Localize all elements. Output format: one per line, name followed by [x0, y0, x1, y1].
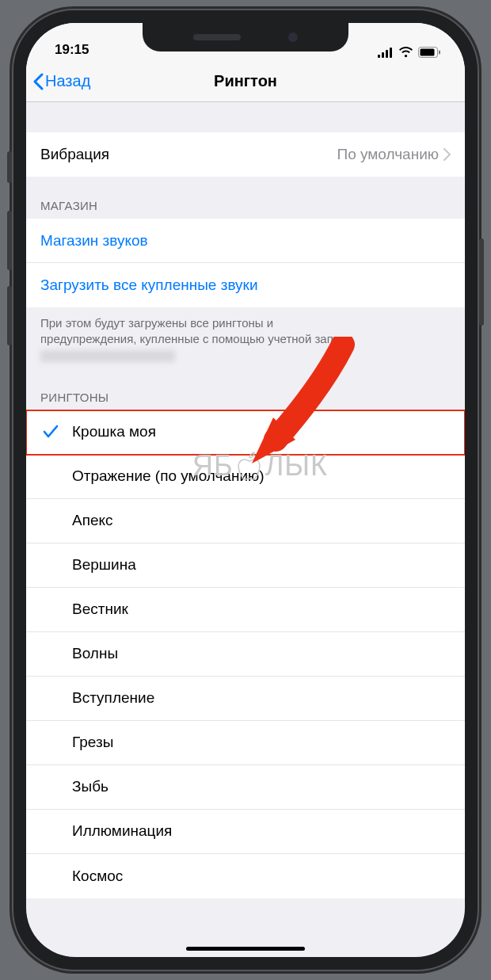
vibration-value: По умолчанию: [337, 146, 444, 163]
ringtone-label: Волны: [72, 645, 118, 662]
battery-icon: [418, 47, 441, 58]
back-label: Назад: [45, 72, 90, 90]
svg-rect-1: [382, 52, 384, 58]
volume-down-button[interactable]: [7, 286, 12, 345]
ringtone-label: Вестник: [72, 601, 128, 618]
ringtone-row[interactable]: Иллюминация: [26, 810, 465, 854]
nav-title: Рингтон: [26, 72, 465, 90]
check-column: [37, 499, 64, 543]
ringtone-row[interactable]: Вершина: [26, 543, 465, 588]
ringtone-label: Зыбь: [72, 778, 108, 795]
content[interactable]: Вибрация По умолчанию МАГАЗИН Магазин зв…: [26, 102, 465, 898]
ringtone-row[interactable]: Вступление: [26, 677, 465, 721]
chevron-left-icon: [32, 73, 44, 90]
check-column: [37, 543, 64, 587]
ringtone-row[interactable]: Зыбь: [26, 765, 465, 810]
vibration-label: Вибрация: [40, 146, 109, 163]
power-button[interactable]: [479, 238, 484, 326]
ringtone-label: Апекс: [72, 512, 113, 529]
nav-bar: Назад Рингтон: [26, 61, 465, 102]
ringtone-row[interactable]: Космос: [26, 854, 465, 898]
check-column: [37, 810, 64, 853]
ringtone-label: Отражение (по умолчанию): [72, 467, 265, 485]
checkmark-icon: [43, 425, 59, 439]
svg-rect-2: [386, 50, 388, 58]
download-all-link[interactable]: Загрузить все купленные звуки: [26, 263, 465, 307]
status-time: 19:15: [55, 42, 89, 58]
ringtone-row[interactable]: Волны: [26, 632, 465, 677]
ringtone-label: Вершина: [72, 556, 136, 574]
ringtone-row[interactable]: Вестник: [26, 588, 465, 632]
ringtone-row[interactable]: Крошка моя: [26, 410, 465, 455]
phone-frame: 19:15 Назад Рингтон Вибрация По умолчани…: [12, 9, 479, 971]
home-indicator[interactable]: [186, 947, 305, 951]
check-column: [37, 588, 64, 631]
ringtone-label: Крошка моя: [72, 423, 156, 440]
chevron-right-icon: [443, 148, 451, 161]
check-column: [37, 455, 64, 498]
svg-rect-6: [439, 51, 440, 55]
ringtone-label: Иллюминация: [72, 822, 172, 840]
svg-rect-3: [390, 48, 392, 58]
cellular-icon: [378, 48, 394, 58]
store-section-header: МАГАЗИН: [26, 177, 465, 219]
store-section-footer: При этом будут загружены все рингтоны и …: [26, 307, 465, 368]
screen: 19:15 Назад Рингтон Вибрация По умолчани…: [26, 23, 465, 957]
check-column: [37, 410, 64, 454]
ringtone-label: Космос: [72, 868, 123, 885]
check-column: [37, 721, 64, 765]
volume-up-button[interactable]: [7, 211, 12, 270]
ringtone-list: Крошка мояОтражение (по умолчанию)АпексВ…: [26, 410, 465, 898]
mute-switch[interactable]: [7, 151, 12, 183]
svg-rect-5: [421, 49, 435, 56]
check-column: [37, 677, 64, 720]
check-column: [37, 854, 64, 898]
ringtones-section-header: РИНГТОНЫ: [26, 368, 465, 410]
redacted-account: [40, 350, 175, 362]
ringtone-label: Грезы: [72, 734, 113, 751]
ringtone-row[interactable]: Отражение (по умолчанию): [26, 455, 465, 499]
check-column: [37, 765, 64, 809]
vibration-row[interactable]: Вибрация По умолчанию: [26, 132, 465, 177]
back-button[interactable]: Назад: [32, 72, 90, 90]
ringtone-label: Вступление: [72, 689, 154, 707]
ringtone-row[interactable]: Грезы: [26, 721, 465, 765]
svg-rect-0: [378, 55, 380, 58]
tone-store-link[interactable]: Магазин звуков: [26, 219, 465, 263]
ringtone-row[interactable]: Апекс: [26, 499, 465, 543]
wifi-icon: [398, 47, 413, 58]
notch: [143, 23, 348, 51]
check-column: [37, 632, 64, 676]
